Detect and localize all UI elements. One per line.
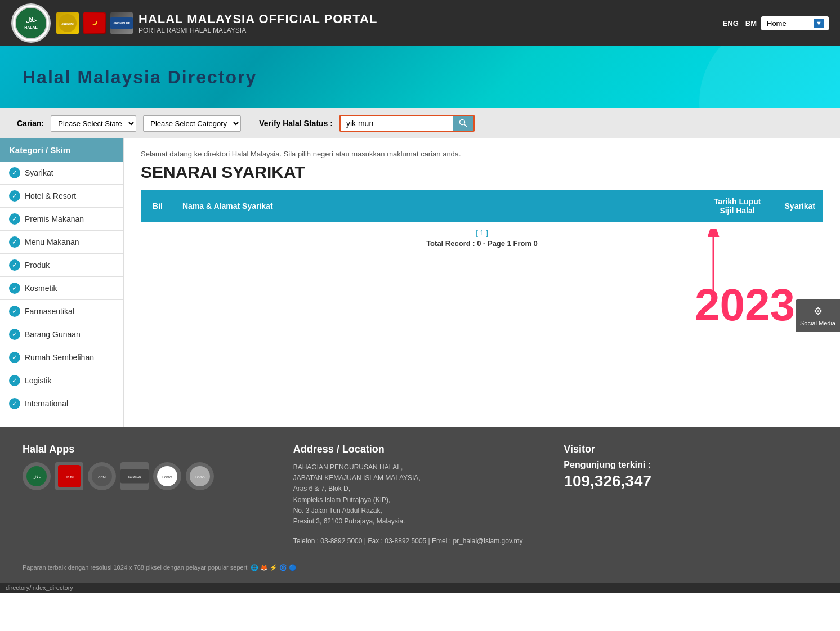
halal-logo: حلال HALAL xyxy=(11,3,51,43)
footer-logo-4: BAHAGIAN xyxy=(120,462,149,490)
footer-visitor-title: Visitor xyxy=(564,444,817,455)
footer: Halal Apps حلال JKM xyxy=(0,427,840,583)
welcome-text: Selamat datang ke direktori Halal Malays… xyxy=(141,150,823,158)
sidebar-item-menu[interactable]: ✓ Menu Makanan xyxy=(0,231,123,254)
col-bil: Bil xyxy=(141,190,175,222)
col-tarikh: Tarikh Luput Sijil Halal xyxy=(698,190,777,222)
svg-text:JAKIM: JAKIM xyxy=(61,22,74,26)
nav-select-wrap: Home About Services Contact xyxy=(761,16,829,30)
language-nav: ENG BM Home About Services Contact xyxy=(721,16,829,30)
status-bar: directory/index_directory xyxy=(0,583,840,593)
sidebar-item-premis[interactable]: ✓ Premis Makanan xyxy=(0,208,123,231)
visitor-count: 109,326,347 xyxy=(564,472,817,490)
sidebar-label-menu: Menu Makanan xyxy=(25,238,79,247)
gear-icon: ⚙ xyxy=(800,305,835,317)
list-title: SENARAI SYARIKAT xyxy=(141,163,823,182)
check-icon-7: ✓ xyxy=(9,306,20,317)
content-area: Selamat datang ke direktori Halal Malays… xyxy=(124,138,840,427)
svg-point-0 xyxy=(15,7,47,39)
sidebar-label-produk: Produk xyxy=(25,261,50,270)
site-subtitle: PORTAL RASMI HALAL MALAYSIA xyxy=(138,26,715,34)
footer-logo-2: JKM xyxy=(55,462,83,490)
search-input[interactable] xyxy=(341,116,453,131)
banner-title: Halal Malaysia Directory xyxy=(23,67,257,88)
sidebar-item-syarikat[interactable]: ✓ Syarikat xyxy=(0,162,123,185)
svg-text:LOGO: LOGO xyxy=(162,476,172,479)
footer-address-line-6: Presint 3, 62100 Putrajaya, Malaysia. xyxy=(293,516,547,527)
lang-bm-button[interactable]: BM xyxy=(743,18,759,29)
footer-grid: Halal Apps حلال JKM xyxy=(23,444,817,547)
sidebar-label-premis: Premis Makanan xyxy=(25,214,84,223)
col-nama: Nama & Alamat Syarikat xyxy=(175,190,698,222)
sidebar-label-logistik: Logistik xyxy=(25,376,51,385)
sidebar-label-barang: Barang Gunaan xyxy=(25,330,81,339)
footer-address-title: Address / Location xyxy=(293,444,547,455)
footer-address-line-1: BAHAGIAN PENGURUSAN HALAL, xyxy=(293,462,547,473)
check-icon-11: ✓ xyxy=(9,398,20,409)
footer-contact: Telefon : 03-8892 5000 | Fax : 03-8892 5… xyxy=(293,536,547,547)
sidebar-item-barang[interactable]: ✓ Barang Gunaan xyxy=(0,323,123,346)
footer-logo-5: LOGO xyxy=(153,462,181,490)
sidebar-item-logistik[interactable]: ✓ Logistik xyxy=(0,369,123,392)
banner-decoration xyxy=(699,46,840,108)
footer-address-line-3: Aras 6 & 7, Blok D, xyxy=(293,484,547,494)
footer-display-note: Paparan terbaik dengan resolusi 1024 x 7… xyxy=(23,564,249,571)
sidebar-item-hotel[interactable]: ✓ Hotel & Resort xyxy=(0,185,123,208)
sidebar-header: Kategori / Skim xyxy=(0,138,123,162)
footer-address-line-4: Kompleks Islam Putrajaya (KIP), xyxy=(293,495,547,505)
status-url: directory/index_directory xyxy=(6,584,73,591)
sidebar-label-international: International xyxy=(25,399,68,408)
sidebar-item-international[interactable]: ✓ International xyxy=(0,392,123,415)
footer-visitor-section: Visitor Pengunjung terkini : 109,326,347 xyxy=(564,444,817,547)
logo-red: 🌙 xyxy=(83,12,106,34)
sidebar-label-farmaseutikal: Farmaseutikal xyxy=(25,307,74,316)
logo-jakimblue: JAKIMBLUE xyxy=(110,12,133,34)
svg-point-9 xyxy=(459,120,464,125)
search-button[interactable] xyxy=(453,116,473,131)
visitor-label: Pengunjung terkini : xyxy=(564,460,817,470)
sidebar-label-hotel: Hotel & Resort xyxy=(25,191,76,200)
main-content: Kategori / Skim ✓ Syarikat ✓ Hotel & Res… xyxy=(0,138,840,427)
footer-apps-title: Halal Apps xyxy=(23,444,276,455)
check-icon-5: ✓ xyxy=(9,259,20,271)
pagination-link[interactable]: [ 1 ] xyxy=(476,229,488,237)
sidebar-label-syarikat: Syarikat xyxy=(25,168,53,177)
social-media-button[interactable]: ⚙ Social Media xyxy=(796,299,840,332)
search-input-wrap xyxy=(339,115,475,132)
sidebar-item-farmaseutikal[interactable]: ✓ Farmaseutikal xyxy=(0,300,123,323)
year-annotation: 2023 xyxy=(695,279,795,331)
lang-eng-button[interactable]: ENG xyxy=(721,18,741,29)
category-select[interactable]: Please Select Category Syarikat Hotel & … xyxy=(143,115,241,132)
footer-apps-section: Halal Apps حلال JKM xyxy=(23,444,276,547)
nav-select[interactable]: Home About Services Contact xyxy=(761,16,829,30)
partner-logos: JAKIM 🌙 JAKIMBLUE xyxy=(56,12,133,34)
svg-text:🌙: 🌙 xyxy=(92,20,97,25)
sidebar-label-rumah: Rumah Sembelihan xyxy=(25,353,94,362)
check-icon-9: ✓ xyxy=(9,352,20,363)
svg-text:JAKIMBLUE: JAKIMBLUE xyxy=(113,21,130,25)
sidebar-item-rumah[interactable]: ✓ Rumah Sembelihan xyxy=(0,346,123,369)
header-title-area: HALAL MALAYSIA OFFICIAL PORTAL PORTAL RA… xyxy=(138,12,715,34)
footer-address-line-2: JABATAN KEMAJUAN ISLAM MALAYSIA, xyxy=(293,473,547,484)
svg-text:حلال: حلال xyxy=(26,17,37,23)
verify-label: Verify Halal Status : xyxy=(259,119,333,128)
check-icon: ✓ xyxy=(9,167,20,178)
col-syarikat: Syarikat xyxy=(777,190,823,222)
sidebar-item-kosmetik[interactable]: ✓ Kosmetik xyxy=(0,277,123,300)
footer-logo-3: CCM xyxy=(88,462,116,490)
header: حلال HALAL JAKIM 🌙 JAKIMBLUE HALAL MALAY… xyxy=(0,0,840,46)
check-icon-3: ✓ xyxy=(9,213,20,225)
svg-text:JKM: JKM xyxy=(65,475,74,480)
svg-text:LOGO: LOGO xyxy=(195,476,205,479)
svg-text:حلال: حلال xyxy=(33,475,41,480)
logo-jakim: JAKIM xyxy=(56,12,79,34)
footer-address-line-5: No. 3 Jalan Tun Abdul Razak, xyxy=(293,505,547,516)
svg-line-10 xyxy=(464,124,467,127)
svg-text:CCM: CCM xyxy=(98,476,106,479)
state-select[interactable]: Please Select State Johor Kedah Kelantan… xyxy=(51,115,136,132)
footer-logo-1: حلال xyxy=(23,462,51,490)
check-icon-6: ✓ xyxy=(9,283,20,294)
sidebar-item-produk[interactable]: ✓ Produk xyxy=(0,254,123,277)
search-label: Carian: xyxy=(17,119,44,128)
footer-bottom: Paparan terbaik dengan resolusi 1024 x 7… xyxy=(23,558,817,571)
